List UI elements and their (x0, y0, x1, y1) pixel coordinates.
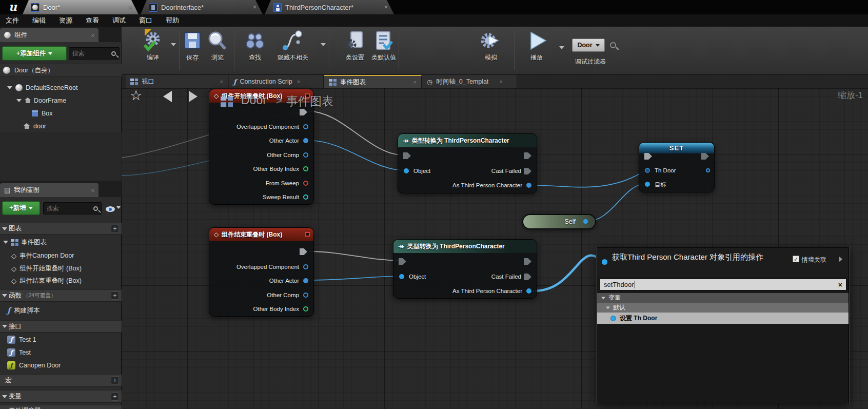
context-row-default[interactable]: 默认 (597, 303, 849, 313)
list-item-event-graph[interactable]: 事件图表 (0, 237, 122, 248)
chevron-right-icon[interactable] (839, 257, 842, 262)
menu-file[interactable]: 文件 (6, 16, 19, 25)
close-icon[interactable]: × (384, 4, 388, 11)
pin-overlapped-component[interactable] (303, 124, 308, 129)
add-function-button[interactable]: + (111, 291, 119, 300)
menu-edit[interactable]: 编辑 (32, 16, 46, 25)
pin-th-door-out[interactable] (706, 168, 710, 172)
expand-arrow-icon[interactable] (606, 306, 610, 309)
pin-as-thirdpersoncharacter[interactable] (526, 183, 531, 188)
expand-arrow-icon[interactable] (2, 325, 7, 328)
expand-arrow-icon[interactable] (16, 99, 22, 102)
context-row-set-th-door[interactable]: 设置 Th Door (597, 313, 849, 324)
myblueprint-tab[interactable]: ▤ 我的蓝图 × (0, 183, 98, 197)
component-item-box[interactable]: Box (0, 107, 122, 120)
visibility-eye-icon[interactable] (106, 206, 115, 212)
component-root-item[interactable]: Door（自身） (0, 64, 122, 77)
expand-arrow-icon[interactable] (2, 294, 7, 297)
play-button[interactable]: 播放 (519, 30, 555, 62)
menu-window[interactable]: 窗口 (139, 16, 152, 25)
context-row-variables[interactable]: 变量 (597, 293, 849, 303)
pin-overlapped-component[interactable] (303, 264, 308, 269)
menu-debug[interactable]: 调试 (112, 16, 126, 25)
exec-in-pin[interactable] (403, 152, 411, 159)
context-menu-search-input[interactable]: setThdoor × (600, 279, 846, 290)
asset-tab-thirdpersoncharacter[interactable]: ThirdPersonCharacter* × (265, 0, 394, 14)
component-item-doorframe[interactable]: DoorFrame (0, 94, 122, 107)
pin-th-door[interactable] (645, 168, 650, 173)
pin-as-thirdpersoncharacter[interactable] (526, 288, 531, 294)
section-graphs[interactable]: 图表 + (0, 223, 122, 235)
menu-help[interactable]: 帮助 (166, 16, 179, 25)
list-item-begin-overlap[interactable]: ◇ 组件开始重叠时 (Box) (0, 263, 122, 274)
clear-search-icon[interactable]: × (838, 281, 842, 289)
simulate-button[interactable]: 模拟 (473, 30, 509, 62)
pin-object[interactable] (399, 274, 404, 279)
pin-target[interactable] (645, 182, 650, 187)
close-icon[interactable]: × (91, 187, 94, 193)
node-end-overlap[interactable]: ◇ 组件结束重叠时 (Box) Overlapped Component Oth… (209, 227, 314, 317)
event-graph-canvas[interactable]: ◇ 组件开始重叠时 (Box) Overlapped Component Oth… (122, 88, 868, 409)
delegate-pin[interactable] (305, 232, 310, 237)
expand-arrow-icon[interactable] (2, 395, 7, 398)
self-reference-pin[interactable] (583, 219, 588, 224)
context-sensitive-checkbox[interactable]: ✓ (793, 256, 799, 262)
exec-out-pin[interactable] (701, 153, 709, 160)
components-search-input[interactable]: 搜索 (69, 47, 120, 60)
pin-other-comp[interactable] (303, 152, 308, 158)
component-item-door[interactable]: door (0, 120, 122, 132)
node-header[interactable]: ↠ 类型转换为 ThirdPersonCharacter (398, 134, 537, 147)
play-options-caret[interactable] (559, 46, 564, 49)
chevron-down-icon[interactable] (116, 206, 121, 209)
nav-back-icon[interactable] (163, 91, 172, 102)
expand-arrow-icon[interactable] (7, 86, 12, 89)
new-button[interactable]: +新增 (2, 201, 40, 215)
node-cast-thirdpersoncharacter-1[interactable]: ↠ 类型转换为 ThirdPersonCharacter Object Cast… (398, 133, 537, 193)
tab-viewport[interactable]: 视口 × (126, 75, 228, 88)
section-functions[interactable]: 函数 （24可覆盖） + (0, 289, 122, 302)
debug-search-icon[interactable] (610, 42, 616, 48)
node-header[interactable]: SET (639, 143, 714, 153)
hide-unrelated-button[interactable]: 隐藏不相关 (271, 30, 314, 62)
pin-other-body-index[interactable] (303, 306, 308, 311)
exec-in-pin[interactable] (399, 258, 406, 265)
pin-other-comp[interactable] (303, 293, 308, 298)
expand-arrow-icon[interactable] (601, 297, 605, 299)
class-defaults-button[interactable]: 类默认值 (366, 30, 402, 62)
node-header[interactable]: ↠ 类型转换为 ThirdPersonCharacter (393, 240, 537, 253)
close-icon[interactable]: × (129, 4, 132, 11)
asset-tab-doorinterface[interactable]: Doorinterface* × (141, 0, 263, 14)
section-macros[interactable]: 宏 + (0, 374, 122, 386)
close-icon[interactable]: × (253, 4, 257, 11)
list-item-canopen-door[interactable]: ƒ Canopen Door (0, 360, 122, 371)
components-tab[interactable]: 组件 × (0, 28, 98, 42)
bookmark-star-icon[interactable]: ☆ (130, 87, 142, 104)
section-interfaces[interactable]: 接口 (0, 320, 122, 333)
exec-out-pin[interactable] (524, 152, 531, 159)
pin-sweep-result[interactable] (303, 194, 308, 200)
compile-button[interactable]: 编译 (135, 30, 171, 62)
node-self[interactable]: Self (522, 214, 596, 229)
breadcrumb-root[interactable]: Door (241, 93, 267, 107)
close-icon[interactable]: × (220, 79, 223, 85)
myblueprint-search-input[interactable]: 搜索 (43, 202, 102, 215)
pin-object[interactable] (404, 168, 409, 173)
add-variable-button[interactable]: + (111, 393, 119, 401)
node-set-thdoor[interactable]: SET Th Door 目标 (639, 142, 715, 192)
add-macro-button[interactable]: + (111, 376, 119, 384)
node-header[interactable]: ◇ 组件结束重叠时 (Box) (209, 228, 313, 241)
section-dispatchers[interactable]: 事件调度器 (0, 405, 122, 409)
expand-arrow-icon[interactable] (3, 241, 8, 244)
exec-out-pin[interactable] (300, 109, 307, 115)
exec-out-pin[interactable] (524, 258, 531, 265)
asset-tab-door[interactable]: Door* × (23, 0, 139, 14)
cast-failed-pin[interactable] (524, 274, 531, 280)
pin-other-body-index[interactable] (303, 166, 308, 171)
cast-failed-pin[interactable] (524, 168, 531, 174)
hide-unrelated-caret[interactable] (321, 43, 326, 46)
pin-from-sweep[interactable] (303, 181, 308, 186)
exec-in-pin[interactable] (644, 153, 652, 160)
component-item-defaultsceneroot[interactable]: DefaultSceneRoot (0, 81, 122, 94)
tab-construction-script[interactable]: ƒ Construction Scrip × (229, 75, 324, 88)
close-icon[interactable]: × (499, 79, 502, 85)
